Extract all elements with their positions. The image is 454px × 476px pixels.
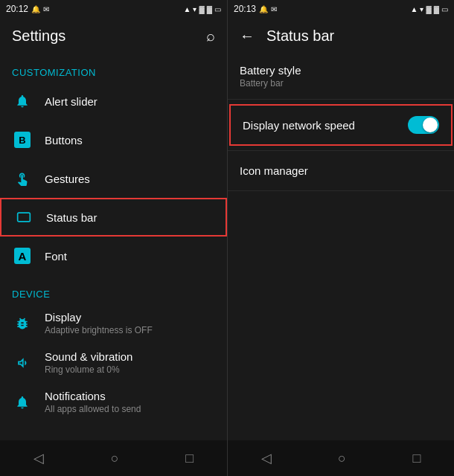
icon-manager-title: Icon manager (240, 164, 308, 177)
sound-subtitle: Ring volume at 0% (45, 364, 132, 375)
sound-icon (12, 353, 33, 373)
display-item[interactable]: Display Adaptive brightness is OFF (0, 303, 227, 343)
right-home-nav[interactable]: ○ (323, 445, 361, 472)
left-time: 20:12 (6, 4, 28, 14)
font-icon: A (12, 245, 33, 266)
divider-1 (228, 99, 454, 100)
buttons-title: Buttons (45, 134, 83, 147)
left-status-bar: 20:12 🔔 ✉ ▲ ▾ ▓ ▓ ▭ (0, 0, 227, 18)
right-panel: 20:13 🔔 ✉ ▲ ▾ ▓ ▓ ▭ ← Status bar Battery… (227, 0, 454, 476)
display-title: Display (45, 311, 153, 324)
right-signal-icon: ▲ (411, 5, 418, 13)
right-wifi-icon: ▾ (420, 5, 423, 13)
display-network-speed-toggle[interactable] (408, 116, 439, 134)
status-bar-item[interactable]: Status bar (0, 198, 227, 237)
display-network-speed-title: Display network speed (243, 119, 355, 132)
left-wifi-icon: ▾ (193, 5, 196, 13)
left-recent-nav[interactable]: □ (170, 445, 208, 472)
font-title: Font (45, 250, 67, 263)
right-alarm-icon: 🔔 (259, 5, 268, 13)
alert-slider-item[interactable]: Alert slider (0, 82, 227, 120)
display-subtitle: Adaptive brightness is OFF (45, 325, 153, 335)
divider-3 (228, 190, 454, 191)
left-toolbar: Settings ⌕ (0, 18, 227, 54)
notifications-item[interactable]: Notifications All apps allowed to send (0, 382, 227, 422)
right-nav-bar: ◁ ○ □ (228, 440, 454, 476)
alert-slider-title: Alert slider (45, 95, 97, 108)
left-back-nav[interactable]: ◁ (19, 444, 59, 472)
status-bar-title: Status bar (46, 211, 97, 224)
left-signal2-icon: ▓ (199, 5, 204, 13)
alert-slider-icon (12, 91, 33, 112)
right-signal3-icon: ▓ (434, 5, 439, 13)
right-signal2-icon: ▓ (426, 5, 431, 13)
battery-style-item[interactable]: Battery style Battery bar (228, 54, 454, 96)
right-back-nav[interactable]: ◁ (246, 444, 287, 472)
buttons-icon: B (12, 129, 33, 150)
notifications-subtitle: All apps allowed to send (45, 404, 141, 414)
notifications-title: Notifications (45, 390, 141, 402)
toggle-knob (423, 118, 438, 132)
right-status-bar: 20:13 🔔 ✉ ▲ ▾ ▓ ▓ ▭ (228, 0, 454, 18)
buttons-item[interactable]: B Buttons (0, 120, 227, 159)
divider-2 (228, 150, 454, 151)
left-panel: 20:12 🔔 ✉ ▲ ▾ ▓ ▓ ▭ Settings ⌕ Customiza… (0, 0, 227, 476)
search-icon[interactable]: ⌕ (206, 28, 215, 45)
svg-rect-0 (18, 213, 31, 222)
notifications-icon (12, 392, 33, 413)
icon-manager-item[interactable]: Icon manager (228, 154, 454, 187)
left-toolbar-title: Settings (12, 28, 65, 45)
back-button[interactable]: ← (240, 28, 255, 45)
gestures-item[interactable]: Gestures (0, 159, 227, 198)
sound-item[interactable]: Sound & vibration Ring volume at 0% (0, 343, 227, 382)
display-icon (12, 313, 33, 334)
status-bar-icon (13, 207, 34, 228)
right-toolbar: ← Status bar (228, 18, 454, 54)
left-home-nav[interactable]: ○ (96, 445, 134, 472)
device-section-header: Device (0, 275, 227, 303)
sound-title: Sound & vibration (45, 350, 132, 363)
gestures-title: Gestures (45, 173, 90, 185)
device-label: Device (12, 289, 50, 300)
left-nav-bar: ◁ ○ □ (0, 440, 227, 476)
right-toolbar-title: Status bar (266, 28, 334, 45)
font-item[interactable]: A Font (0, 237, 227, 275)
right-recent-nav[interactable]: □ (397, 445, 435, 472)
left-msg-icon: ✉ (43, 5, 49, 13)
gestures-icon (12, 168, 33, 189)
customization-label: Customization (12, 67, 96, 78)
left-battery-icon: ▭ (214, 5, 221, 13)
battery-style-subtitle: Battery bar (240, 78, 442, 89)
customization-section-header: Customization (0, 54, 227, 82)
right-msg-icon: ✉ (271, 5, 277, 13)
right-battery-icon: ▭ (441, 5, 448, 13)
left-alarm-icon: 🔔 (31, 5, 40, 13)
left-signal-icon: ▲ (184, 5, 191, 13)
right-time: 20:13 (234, 4, 256, 14)
battery-style-title: Battery style (240, 64, 442, 77)
display-network-speed-item[interactable]: Display network speed (229, 104, 453, 146)
left-signal3-icon: ▓ (207, 5, 212, 13)
